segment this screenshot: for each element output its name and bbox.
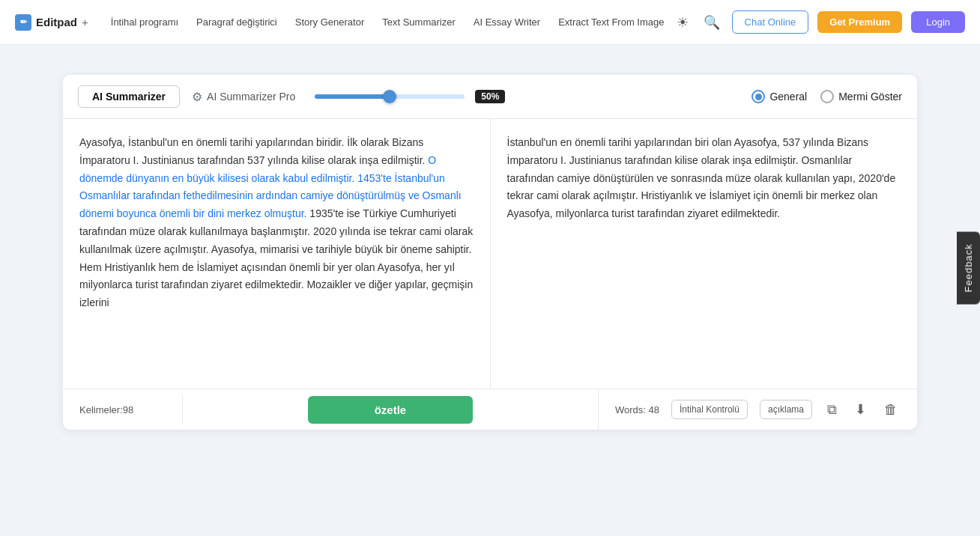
slider-fill (315, 94, 390, 99)
footer-word-count-left: Kelimeler:98 (63, 395, 183, 424)
tool-card: AI Summarizer ⚙ AI Summarizer Pro 50% Ge… (63, 75, 917, 430)
tool-header: AI Summarizer ⚙ AI Summarizer Pro 50% Ge… (63, 75, 917, 119)
feedback-tab[interactable]: Feedback (957, 231, 980, 304)
summarize-button[interactable]: özetle (308, 396, 473, 424)
panel-right: İstanbul'un en önemli tarihi yapılarında… (491, 119, 918, 389)
nav-item-paragraf[interactable]: Paragraf değiştirici (196, 16, 277, 28)
nav-item-intihal[interactable]: İntihal programı (111, 16, 178, 28)
slider-track[interactable] (315, 94, 465, 99)
search-button[interactable]: 🔍 (701, 11, 723, 34)
header: ✏ Editpad + İntihal programı Paragraf de… (0, 0, 980, 45)
aciklama-button[interactable]: açıklama (760, 400, 812, 419)
copy-icon-button[interactable]: ⧉ (824, 399, 840, 421)
right-text: İstanbul'un en önemli tarihi yapılarında… (507, 136, 896, 219)
panel-left[interactable]: Ayasofya, İstanbul'un en önemli tarihi y… (63, 119, 491, 389)
delete-icon-button[interactable]: 🗑 (881, 399, 901, 421)
word-count-right: Words: 48 (615, 404, 659, 415)
tab-pro[interactable]: ⚙ AI Summarizer Pro (192, 90, 295, 104)
logo-icon: ✏ (15, 14, 31, 31)
radio-general-label: General (769, 91, 807, 103)
intihal-kontrolu-button[interactable]: İntihal Kontrolü (671, 400, 748, 419)
radio-general-dot[interactable] (751, 90, 765, 103)
theme-toggle-button[interactable]: ☀ (674, 11, 692, 34)
nav-item-extract-text[interactable]: Extract Text From Image (558, 16, 664, 28)
tab-ai-summarizer[interactable]: AI Summarizer (78, 85, 180, 108)
right-options: General Mermi Göster (751, 90, 902, 103)
footer-bar: Kelimeler:98 özetle Words: 48 İntihal Ko… (63, 389, 917, 430)
footer-center: özetle (183, 390, 599, 430)
nav-item-ai-essay[interactable]: AI Essay Writer (474, 16, 540, 28)
nav-item-text-summarizer[interactable]: Text Summarizer (382, 16, 456, 28)
main-nav: İntihal programı Paragraf değiştirici St… (111, 16, 674, 28)
download-icon-button[interactable]: ⬇ (852, 398, 869, 421)
tab-pro-label: AI Summarizer Pro (207, 91, 295, 103)
word-count-label-left: Kelimeler:98 (79, 404, 133, 415)
radio-mermi-label: Mermi Göster (838, 91, 902, 103)
main-content: AI Summarizer ⚙ AI Summarizer Pro 50% Ge… (0, 45, 980, 460)
header-actions: ☀ 🔍 Chat Online Get Premium Login (674, 10, 965, 34)
slider-area: 50% (315, 90, 739, 103)
footer-right: Words: 48 İntihal Kontrolü açıklama ⧉ ⬇ … (599, 389, 917, 430)
left-text-part-1: Ayasofya, İstanbul'un en önemli tarihi y… (79, 136, 428, 166)
logo-text: Editpad (36, 16, 77, 28)
radio-general[interactable]: General (751, 90, 807, 103)
get-premium-button[interactable]: Get Premium (817, 11, 902, 33)
login-button[interactable]: Login (911, 11, 965, 33)
radio-mermi[interactable]: Mermi Göster (820, 90, 902, 103)
nav-item-story[interactable]: Story Generator (295, 16, 365, 28)
left-text-part-3: 1935'te ise Türkiye Cumhuriyeti tarafınd… (79, 207, 473, 308)
radio-mermi-dot[interactable] (820, 90, 834, 103)
slider-value-badge: 50% (475, 90, 505, 103)
slider-thumb[interactable] (383, 90, 396, 103)
chat-online-button[interactable]: Chat Online (732, 10, 809, 34)
pro-icon: ⚙ (192, 90, 202, 104)
logo-plus: + (82, 16, 88, 28)
panels: Ayasofya, İstanbul'un en önemli tarihi y… (63, 119, 917, 389)
logo[interactable]: ✏ Editpad + (15, 14, 88, 31)
